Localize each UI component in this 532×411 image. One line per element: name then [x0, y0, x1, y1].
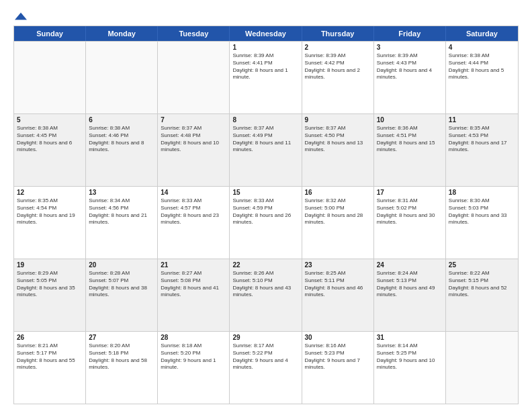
- day-number: 18: [449, 189, 515, 196]
- cal-cell: 14Sunrise: 8:33 AM Sunset: 4:57 PM Dayli…: [158, 187, 230, 259]
- day-number: 17: [377, 189, 443, 196]
- cal-cell: 31Sunrise: 8:14 AM Sunset: 5:25 PM Dayli…: [374, 332, 446, 404]
- cell-text: Sunrise: 8:38 AM Sunset: 4:46 PM Dayligh…: [89, 125, 154, 154]
- cal-cell: 16Sunrise: 8:32 AM Sunset: 5:00 PM Dayli…: [302, 187, 374, 259]
- day-number: 16: [305, 189, 371, 196]
- cal-cell: 28Sunrise: 8:18 AM Sunset: 5:20 PM Dayli…: [158, 332, 230, 404]
- cell-text: Sunrise: 8:35 AM Sunset: 4:53 PM Dayligh…: [449, 125, 515, 154]
- day-number: 6: [89, 116, 154, 124]
- cell-text: Sunrise: 8:26 AM Sunset: 5:10 PM Dayligh…: [232, 270, 298, 299]
- cal-cell: 4Sunrise: 8:38 AM Sunset: 4:44 PM Daylig…: [446, 42, 518, 113]
- cell-text: Sunrise: 8:16 AM Sunset: 5:23 PM Dayligh…: [305, 342, 371, 371]
- day-number: 27: [89, 334, 154, 341]
- cell-text: Sunrise: 8:39 AM Sunset: 4:43 PM Dayligh…: [377, 52, 443, 81]
- cell-text: Sunrise: 8:14 AM Sunset: 5:25 PM Dayligh…: [377, 342, 443, 371]
- day-number: 5: [17, 116, 83, 124]
- week-row-0: 1Sunrise: 8:39 AM Sunset: 4:41 PM Daylig…: [14, 41, 518, 113]
- cell-text: Sunrise: 8:30 AM Sunset: 5:03 PM Dayligh…: [449, 197, 515, 226]
- cal-cell: 1Sunrise: 8:39 AM Sunset: 4:41 PM Daylig…: [230, 42, 302, 113]
- header-day-sunday: Sunday: [14, 26, 86, 41]
- cell-text: Sunrise: 8:17 AM Sunset: 5:22 PM Dayligh…: [232, 342, 298, 371]
- cell-text: Sunrise: 8:21 AM Sunset: 5:17 PM Dayligh…: [17, 342, 83, 371]
- svg-marker-0: [15, 13, 27, 20]
- calendar-header: SundayMondayTuesdayWednesdayThursdayFrid…: [14, 26, 518, 41]
- week-row-2: 12Sunrise: 8:35 AM Sunset: 4:54 PM Dayli…: [14, 186, 518, 259]
- cal-cell: 21Sunrise: 8:27 AM Sunset: 5:08 PM Dayli…: [158, 259, 230, 331]
- cell-text: Sunrise: 8:28 AM Sunset: 5:07 PM Dayligh…: [89, 270, 154, 299]
- cal-cell: 2Sunrise: 8:39 AM Sunset: 4:42 PM Daylig…: [302, 42, 374, 113]
- cal-cell: 24Sunrise: 8:24 AM Sunset: 5:13 PM Dayli…: [374, 259, 446, 331]
- cell-text: Sunrise: 8:36 AM Sunset: 4:51 PM Dayligh…: [377, 125, 443, 154]
- day-number: 12: [17, 189, 83, 196]
- cell-text: Sunrise: 8:34 AM Sunset: 4:56 PM Dayligh…: [89, 197, 154, 226]
- day-number: 20: [89, 261, 154, 269]
- cell-text: Sunrise: 8:37 AM Sunset: 4:49 PM Dayligh…: [232, 125, 298, 154]
- cal-cell: 22Sunrise: 8:26 AM Sunset: 5:10 PM Dayli…: [230, 259, 302, 331]
- day-number: 2: [305, 44, 371, 51]
- cal-cell: 20Sunrise: 8:28 AM Sunset: 5:07 PM Dayli…: [86, 259, 158, 331]
- cal-cell: 3Sunrise: 8:39 AM Sunset: 4:43 PM Daylig…: [374, 42, 446, 113]
- day-number: 23: [305, 261, 371, 269]
- header-day-saturday: Saturday: [446, 26, 518, 41]
- cal-cell: 6Sunrise: 8:38 AM Sunset: 4:46 PM Daylig…: [86, 114, 158, 186]
- cal-cell: [158, 42, 230, 113]
- day-number: 26: [17, 334, 83, 341]
- cal-cell: 9Sunrise: 8:37 AM Sunset: 4:50 PM Daylig…: [302, 114, 374, 186]
- day-number: 21: [161, 261, 226, 269]
- header-day-friday: Friday: [374, 26, 446, 41]
- cell-text: Sunrise: 8:24 AM Sunset: 5:13 PM Dayligh…: [377, 270, 443, 299]
- cell-text: Sunrise: 8:39 AM Sunset: 4:42 PM Dayligh…: [305, 52, 371, 81]
- day-number: 11: [449, 116, 515, 124]
- cell-text: Sunrise: 8:37 AM Sunset: 4:48 PM Dayligh…: [161, 125, 226, 154]
- cell-text: Sunrise: 8:37 AM Sunset: 4:50 PM Dayligh…: [305, 125, 371, 154]
- day-number: 1: [232, 44, 298, 51]
- cell-text: Sunrise: 8:38 AM Sunset: 4:45 PM Dayligh…: [17, 125, 83, 154]
- cal-cell: 25Sunrise: 8:22 AM Sunset: 5:15 PM Dayli…: [446, 259, 518, 331]
- cal-cell: 26Sunrise: 8:21 AM Sunset: 5:17 PM Dayli…: [14, 332, 86, 404]
- week-row-4: 26Sunrise: 8:21 AM Sunset: 5:17 PM Dayli…: [14, 331, 518, 404]
- day-number: 22: [232, 261, 298, 269]
- header-day-monday: Monday: [86, 26, 158, 41]
- cal-cell: 19Sunrise: 8:29 AM Sunset: 5:05 PM Dayli…: [14, 259, 86, 331]
- cell-text: Sunrise: 8:18 AM Sunset: 5:20 PM Dayligh…: [161, 342, 226, 371]
- cal-cell: 18Sunrise: 8:30 AM Sunset: 5:03 PM Dayli…: [446, 187, 518, 259]
- cell-text: Sunrise: 8:39 AM Sunset: 4:41 PM Dayligh…: [232, 52, 298, 81]
- day-number: 25: [449, 261, 515, 269]
- day-number: 13: [89, 189, 154, 196]
- cell-text: Sunrise: 8:27 AM Sunset: 5:08 PM Dayligh…: [161, 270, 226, 299]
- cal-cell: 13Sunrise: 8:34 AM Sunset: 4:56 PM Dayli…: [86, 187, 158, 259]
- cal-cell: 17Sunrise: 8:31 AM Sunset: 5:02 PM Dayli…: [374, 187, 446, 259]
- logo-icon: [15, 11, 27, 23]
- cal-cell: 11Sunrise: 8:35 AM Sunset: 4:53 PM Dayli…: [446, 114, 518, 186]
- cell-text: Sunrise: 8:22 AM Sunset: 5:15 PM Dayligh…: [449, 270, 515, 299]
- week-row-1: 5Sunrise: 8:38 AM Sunset: 4:45 PM Daylig…: [14, 113, 518, 186]
- header-day-thursday: Thursday: [302, 26, 374, 41]
- cal-cell: 10Sunrise: 8:36 AM Sunset: 4:51 PM Dayli…: [374, 114, 446, 186]
- cell-text: Sunrise: 8:33 AM Sunset: 4:59 PM Dayligh…: [232, 197, 298, 226]
- cal-cell: [446, 332, 518, 404]
- day-number: 19: [17, 261, 83, 269]
- cell-text: Sunrise: 8:32 AM Sunset: 5:00 PM Dayligh…: [305, 197, 371, 226]
- cell-text: Sunrise: 8:31 AM Sunset: 5:02 PM Dayligh…: [377, 197, 443, 226]
- calendar: SundayMondayTuesdayWednesdayThursdayFrid…: [13, 26, 519, 404]
- cell-text: Sunrise: 8:29 AM Sunset: 5:05 PM Dayligh…: [17, 270, 83, 299]
- day-number: 9: [305, 116, 371, 124]
- day-number: 30: [305, 334, 371, 341]
- cell-text: Sunrise: 8:33 AM Sunset: 4:57 PM Dayligh…: [161, 197, 226, 226]
- day-number: 15: [232, 189, 298, 196]
- cell-text: Sunrise: 8:20 AM Sunset: 5:18 PM Dayligh…: [89, 342, 154, 371]
- day-number: 10: [377, 116, 443, 124]
- cal-cell: 27Sunrise: 8:20 AM Sunset: 5:18 PM Dayli…: [86, 332, 158, 404]
- day-number: 29: [232, 334, 298, 341]
- cal-cell: 12Sunrise: 8:35 AM Sunset: 4:54 PM Dayli…: [14, 187, 86, 259]
- week-row-3: 19Sunrise: 8:29 AM Sunset: 5:05 PM Dayli…: [14, 259, 518, 331]
- day-number: 3: [377, 44, 443, 51]
- cell-text: Sunrise: 8:25 AM Sunset: 5:11 PM Dayligh…: [305, 270, 371, 299]
- page: SundayMondayTuesdayWednesdayThursdayFrid…: [0, 0, 532, 411]
- cal-cell: 30Sunrise: 8:16 AM Sunset: 5:23 PM Dayli…: [302, 332, 374, 404]
- header: [13, 11, 519, 20]
- cal-cell: 8Sunrise: 8:37 AM Sunset: 4:49 PM Daylig…: [230, 114, 302, 186]
- header-day-tuesday: Tuesday: [158, 26, 230, 41]
- calendar-body: 1Sunrise: 8:39 AM Sunset: 4:41 PM Daylig…: [14, 41, 518, 404]
- day-number: 14: [161, 189, 226, 196]
